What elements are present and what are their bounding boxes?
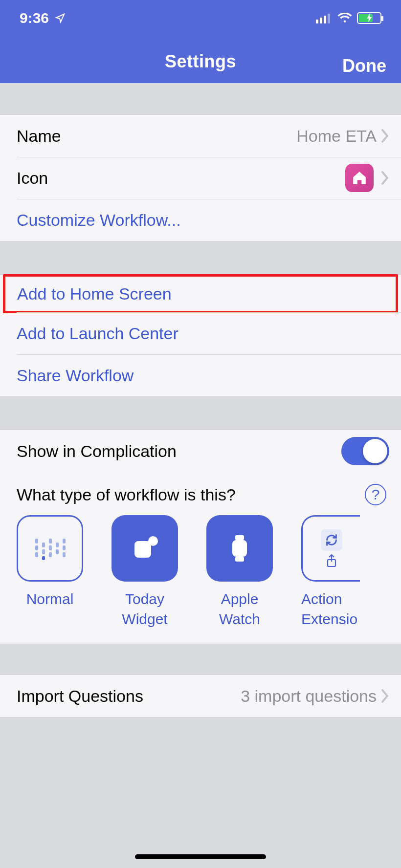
share-icon	[326, 554, 337, 567]
section-gap	[0, 397, 401, 430]
svg-rect-13	[56, 549, 59, 554]
icon-label: Icon	[17, 169, 48, 188]
share-workflow-label: Share Workflow	[17, 366, 134, 385]
svg-rect-0	[316, 20, 318, 23]
svg-rect-17	[42, 556, 45, 560]
svg-rect-6	[35, 552, 38, 557]
chevron-right-icon	[380, 129, 389, 143]
svg-rect-21	[232, 540, 247, 557]
workflow-type-cards: Normal Today Widget Apple Watch	[0, 515, 401, 629]
svg-point-19	[148, 536, 158, 546]
svg-rect-18	[134, 541, 151, 558]
battery-icon	[357, 12, 381, 24]
workflow-type-question: What type of workflow is this?	[17, 485, 236, 504]
section-gap	[0, 241, 401, 275]
svg-rect-20	[235, 535, 244, 540]
svg-rect-3	[328, 14, 330, 23]
type-apple-watch[interactable]: Apple Watch	[206, 515, 273, 629]
svg-rect-1	[320, 18, 322, 23]
workflow-icon-preview	[345, 164, 374, 192]
add-to-launch-center-label: Add to Launch Center	[17, 324, 178, 343]
type-today-widget-label: Today Widget	[122, 589, 167, 629]
sync-icon	[325, 533, 338, 547]
section-details: Name Home ETA Icon Customize Workflow...	[0, 114, 401, 241]
import-questions-label: Import Questions	[17, 687, 143, 706]
svg-rect-12	[56, 542, 59, 547]
apple-watch-icon	[223, 531, 257, 565]
add-to-launch-center-row[interactable]: Add to Launch Center	[0, 312, 401, 354]
home-indicator[interactable]	[135, 854, 266, 859]
section-import: Import Questions 3 import questions	[0, 674, 401, 717]
name-value: Home ETA	[296, 127, 377, 146]
normal-icon	[30, 529, 69, 568]
type-normal[interactable]: Normal	[17, 515, 83, 629]
home-icon	[351, 170, 368, 186]
status-bar: 9:36	[0, 0, 401, 25]
type-normal-tile	[17, 515, 83, 582]
section-gap	[0, 644, 401, 674]
svg-rect-9	[49, 539, 52, 543]
svg-rect-15	[63, 545, 66, 550]
wifi-icon	[337, 13, 352, 23]
today-widget-icon	[128, 531, 162, 565]
svg-rect-16	[63, 552, 66, 557]
section-type: Show in Complication What type of workfl…	[0, 430, 401, 644]
help-icon[interactable]: ?	[365, 484, 386, 505]
type-apple-watch-tile	[206, 515, 273, 582]
svg-rect-7	[42, 542, 45, 547]
nav-bar: Settings Done	[0, 47, 401, 76]
show-in-complication-row[interactable]: Show in Complication	[0, 430, 401, 472]
import-questions-value: 3 import questions	[241, 687, 377, 706]
customize-workflow-row[interactable]: Customize Workflow...	[0, 199, 401, 241]
page-title: Settings	[165, 51, 236, 72]
chevron-right-icon	[380, 689, 389, 703]
svg-rect-5	[35, 545, 38, 550]
svg-rect-8	[42, 549, 45, 554]
cellular-icon	[316, 13, 333, 23]
svg-rect-11	[49, 552, 52, 557]
complication-toggle[interactable]	[341, 437, 389, 465]
svg-rect-14	[63, 539, 66, 543]
location-icon	[55, 13, 66, 23]
type-action-extension-label: Action Extensio	[301, 589, 360, 629]
svg-rect-22	[235, 557, 244, 562]
add-to-home-screen-label: Add to Home Screen	[17, 284, 172, 304]
add-to-home-screen-row[interactable]: Add to Home Screen	[3, 274, 398, 313]
section-gap	[0, 83, 401, 114]
type-action-extension-tile	[301, 515, 360, 582]
name-label: Name	[17, 127, 61, 146]
show-in-complication-label: Show in Complication	[17, 442, 177, 461]
type-normal-label: Normal	[26, 589, 74, 609]
svg-rect-10	[49, 545, 52, 550]
svg-rect-4	[35, 539, 38, 543]
section-gap	[0, 717, 401, 752]
svg-rect-2	[324, 16, 326, 23]
type-apple-watch-label: Apple Watch	[219, 589, 260, 629]
icon-row[interactable]: Icon	[0, 157, 401, 199]
customize-workflow-label: Customize Workflow...	[17, 211, 181, 230]
chevron-right-icon	[380, 171, 389, 185]
share-workflow-row[interactable]: Share Workflow	[0, 354, 401, 396]
section-actions: Add to Home Screen Add to Launch Center …	[0, 275, 401, 397]
type-today-widget-tile	[111, 515, 178, 582]
name-row[interactable]: Name Home ETA	[0, 115, 401, 157]
type-today-widget[interactable]: Today Widget	[111, 515, 178, 629]
type-action-extension[interactable]: Action Extensio	[301, 515, 360, 629]
header: 9:36 Settings Done	[0, 0, 401, 83]
import-questions-row[interactable]: Import Questions 3 import questions	[0, 675, 401, 717]
status-time: 9:36	[20, 11, 49, 25]
done-button[interactable]: Done	[342, 56, 386, 76]
